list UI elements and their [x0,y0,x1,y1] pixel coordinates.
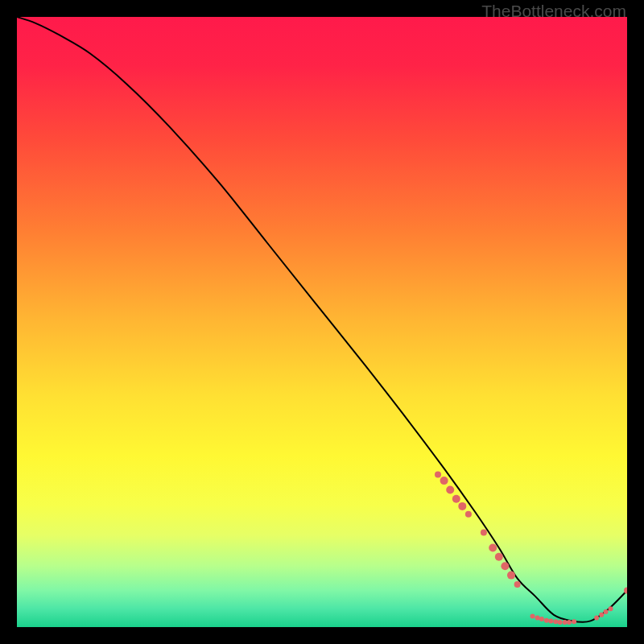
plot-area [17,17,627,627]
data-point [435,472,441,478]
data-point [558,620,563,625]
data-point [572,619,576,624]
data-point [489,544,497,552]
data-point [535,616,540,621]
data-point [604,609,609,614]
data-point [440,477,448,485]
data-point [446,486,454,494]
data-point [567,620,572,625]
data-point [530,613,535,618]
data-point [501,562,509,570]
data-point [507,572,515,580]
chart-svg [17,17,627,627]
bottleneck-curve [17,17,627,622]
data-point [553,619,558,624]
data-point [458,502,466,510]
data-point [599,613,604,617]
data-point [609,606,613,611]
data-point [563,620,568,625]
data-point [495,553,503,561]
data-point [548,618,553,623]
data-point [544,618,549,623]
watermark-text: TheBottleneck.com [481,2,626,21]
data-point [465,511,472,518]
data-point [594,616,599,621]
data-point [481,530,487,536]
data-point [514,581,521,588]
data-point [452,495,460,503]
data-point [539,617,544,621]
